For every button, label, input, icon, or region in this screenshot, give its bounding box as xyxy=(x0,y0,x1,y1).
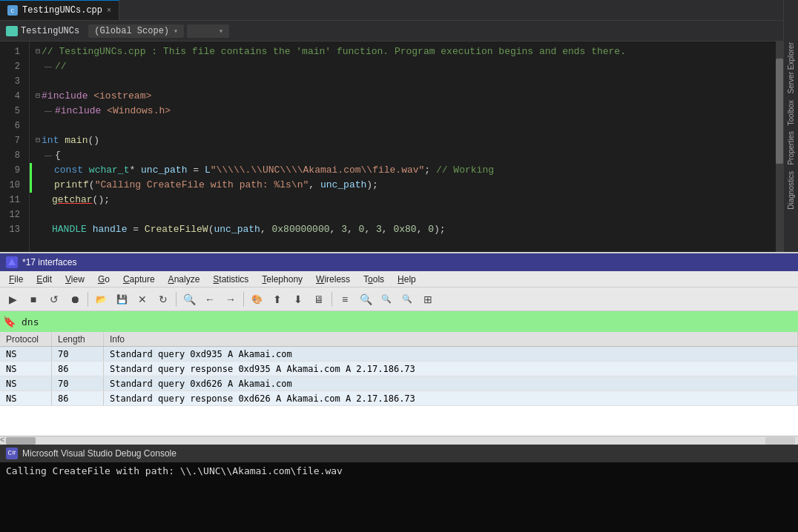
toolbar-colorize[interactable]: 🎨 xyxy=(247,290,266,309)
packet-protocol-4: NS xyxy=(0,391,52,405)
packet-info-3: Standard query 0xd626 A Akamai.com xyxy=(104,376,798,390)
packet-length-2: 86 xyxy=(52,362,104,376)
debug-output: Calling CreateFile with path: \\.\UNC\\A… xyxy=(0,462,798,479)
toolbar-up[interactable]: ⬆ xyxy=(268,290,287,309)
menu-go[interactable]: Go xyxy=(92,273,116,286)
toolbar-reload[interactable]: ↻ xyxy=(154,290,173,309)
packet-row-2[interactable]: NS 86 Standard query response 0xd935 A A… xyxy=(0,362,798,376)
packet-protocol-1: NS xyxy=(0,347,52,361)
fold-icon-4[interactable]: ⊟ xyxy=(36,89,40,104)
code-text-2: // xyxy=(55,59,67,74)
code-text-10e: unc_path xyxy=(320,178,366,193)
line-num-10: 10 xyxy=(6,178,20,193)
toolbox-label[interactable]: Toolbox xyxy=(785,97,797,128)
code-text-1: // TestingUNCs.cpp : This file contains … xyxy=(42,44,626,59)
properties-label[interactable]: Properties xyxy=(785,128,797,168)
line-num-3: 3 xyxy=(6,74,20,89)
filter-input[interactable] xyxy=(19,316,795,327)
menu-edit[interactable]: Edit xyxy=(30,273,58,286)
debug-output-text: Calling CreateFile with path: \\.\UNC\\A… xyxy=(6,465,343,476)
toolbar-sep-4 xyxy=(332,292,332,307)
scrollbar-thumb[interactable] xyxy=(776,59,783,164)
toolbar-capture-options[interactable]: ⏺ xyxy=(65,290,85,309)
active-tab[interactable]: C TestingUNCs.cpp × xyxy=(0,0,119,20)
vertical-scrollbar[interactable] xyxy=(776,41,783,252)
packet-row-1[interactable]: NS 70 Standard query 0xd935 A Akamai.com xyxy=(0,347,798,362)
fold-icon-7[interactable]: ⊟ xyxy=(36,133,40,148)
horizontal-scrollbar[interactable]: < xyxy=(0,436,798,445)
packet-row-4[interactable]: NS 86 Standard query response 0xd626 A A… xyxy=(0,391,798,406)
scope-right-label xyxy=(193,26,214,36)
menu-analyze[interactable]: Analyze xyxy=(162,273,206,286)
line-num-13: 13 xyxy=(6,222,20,237)
file-type-icon-small xyxy=(6,26,18,36)
code-text-7c: main xyxy=(65,133,88,148)
toolbar-stop-capture[interactable]: ■ xyxy=(24,290,43,309)
code-content[interactable]: ⊟ // TestingUNCs.cpp : This file contain… xyxy=(30,41,798,252)
menu-help[interactable]: Help xyxy=(392,273,422,286)
menu-capture[interactable]: Capture xyxy=(117,273,161,286)
diagnostics-label[interactable]: Diagnostics xyxy=(785,168,797,213)
code-text-13i: 0x80000000 xyxy=(272,222,330,237)
code-text-13j: , xyxy=(330,222,342,237)
toolbar-close-file[interactable]: ✕ xyxy=(133,290,152,309)
toolbar-layout[interactable]: ⊞ xyxy=(418,290,438,309)
toolbar-next[interactable]: → xyxy=(221,290,240,309)
menu-tools[interactable]: Tools xyxy=(357,273,390,286)
toolbar-find[interactable]: 🔍 xyxy=(179,290,199,309)
code-text-9a: const xyxy=(54,163,83,178)
code-line-11: getchar (); xyxy=(30,193,798,207)
code-text-9g: L xyxy=(205,163,211,178)
code-text-4b xyxy=(88,89,93,104)
code-text-10a: printf xyxy=(54,178,89,193)
code-text-13k: 3 xyxy=(341,222,347,237)
packet-row-3[interactable]: NS 70 Standard query 0xd626 A Akamai.com xyxy=(0,376,798,391)
toolbar-restart-capture[interactable]: ↺ xyxy=(44,290,64,309)
code-line-12 xyxy=(30,207,798,222)
line-num-6: 6 xyxy=(6,119,20,133)
server-explorer-label[interactable]: Server Explorer xyxy=(785,39,797,96)
file-type-icon: C xyxy=(7,5,18,16)
menu-file[interactable]: File xyxy=(3,273,29,286)
code-text-7d: () xyxy=(88,133,99,148)
code-text-13t: ); xyxy=(434,222,446,237)
scrollbar-right-area xyxy=(765,437,795,445)
menu-wireless[interactable]: Wireless xyxy=(310,273,356,286)
toolbar-down[interactable]: ⬇ xyxy=(288,290,308,309)
code-editor-area: 1 2 3 4 5 6 7 8 9 10 11 12 13 ⊟ // Testi… xyxy=(0,41,798,252)
toolbar-save-file[interactable]: 💾 xyxy=(112,290,131,309)
packet-info-1: Standard query 0xd935 A Akamai.com xyxy=(104,347,798,361)
toolbar-sep-2 xyxy=(176,292,177,307)
wireshark-filter-bar: 🔖 xyxy=(0,311,798,332)
menu-statistics[interactable]: Statistics xyxy=(207,273,254,286)
toolbar-start-capture[interactable]: ▶ xyxy=(3,290,22,309)
scope-selector-right[interactable]: ▾ xyxy=(187,24,229,38)
code-text-13p: , xyxy=(382,222,394,237)
code-text-9b xyxy=(83,163,89,178)
packet-info-2: Standard query response 0xd935 A Akamai.… xyxy=(104,362,798,376)
toolbar-zoom-reset[interactable]: 🔍 xyxy=(398,290,417,309)
code-text-9c: wchar_t xyxy=(89,163,130,178)
toolbar-prev[interactable]: ← xyxy=(200,290,220,309)
menu-telephony[interactable]: Telephony xyxy=(256,273,309,286)
tab-close-button[interactable]: × xyxy=(107,7,111,15)
fold-icon-1[interactable]: ⊟ xyxy=(36,44,40,59)
scope-selector[interactable]: (Global Scope) ▾ xyxy=(88,24,184,38)
scrollbar-horizontal-thumb[interactable] xyxy=(6,437,36,445)
toolbar-sep-1 xyxy=(88,292,88,307)
code-text-13f: ( xyxy=(208,222,214,237)
scroll-left-arrow[interactable]: < xyxy=(0,436,4,445)
code-text-13d: = xyxy=(127,222,144,237)
code-text-9j: // Working xyxy=(436,163,494,178)
toolbar-collapse[interactable]: ≡ xyxy=(335,290,355,309)
menu-view[interactable]: View xyxy=(59,273,90,286)
toolbar-zoom-out[interactable]: 🔍 xyxy=(377,290,396,309)
code-text-13l: , xyxy=(347,222,359,237)
code-text-13o: 3 xyxy=(376,222,382,237)
toolbar-zoom-in[interactable]: 🔍 xyxy=(356,290,375,309)
toolbar-display[interactable]: 🖥 xyxy=(309,290,329,309)
line-num-9: 9 xyxy=(6,163,20,178)
toolbar-open-file[interactable]: 📂 xyxy=(91,290,111,309)
packet-length-1: 70 xyxy=(52,347,104,361)
col-header-protocol: Protocol xyxy=(0,332,52,346)
